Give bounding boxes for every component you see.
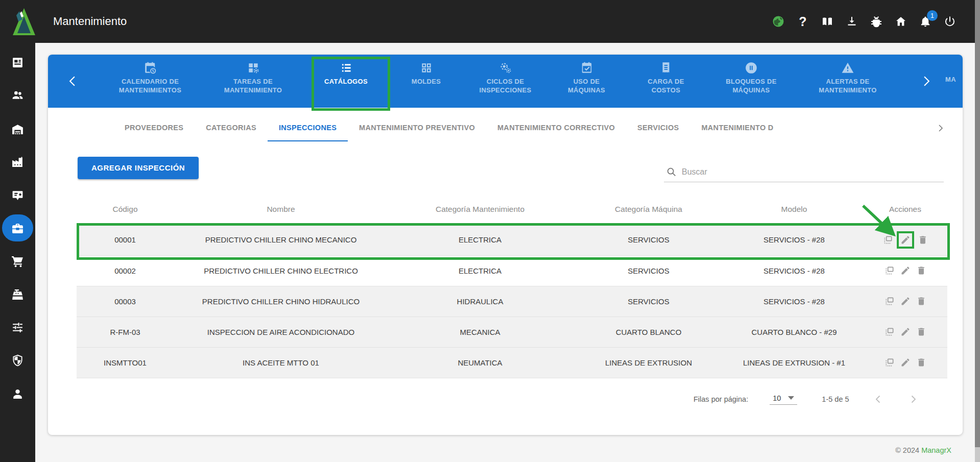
tab-ciclos-de-inspecciones[interactable]: CICLOS DE INSPECCIONES (464, 55, 546, 108)
tab-alertas-de-mantenimiento[interactable]: ALERTAS DE MANTENIMIENTO (797, 55, 898, 108)
inspections-table: Código Nombre Categoría Mantenimiento Ca… (77, 194, 947, 378)
delete-trash-icon[interactable] (918, 235, 928, 245)
search-field (664, 162, 944, 182)
delete-trash-icon[interactable] (916, 296, 926, 306)
subtabs-scroll-right-button[interactable] (936, 115, 945, 141)
bug-report-icon[interactable] (870, 15, 883, 28)
tab-uso-de-maquinas[interactable]: USO DE MÁQUINAS (546, 55, 627, 108)
delete-trash-icon[interactable] (916, 265, 926, 276)
sidebar-item-certificate[interactable] (0, 183, 35, 207)
receipt-icon (659, 61, 673, 75)
cell-categoria-maquina: LINEAS DE EXTRUSION (572, 347, 725, 378)
gears-icon (499, 61, 512, 75)
users-icon (11, 89, 24, 102)
app-logo-icon (11, 6, 37, 37)
tab-bloqueos-de-maquinas[interactable]: BLOQUEOS DE MÁQUINAS (705, 55, 797, 108)
pagination-prev-button[interactable] (873, 394, 884, 405)
cell-codigo: 00002 (77, 255, 174, 286)
cell-categoria-mantenimiento: MECANICA (388, 317, 572, 347)
edit-pencil-icon[interactable] (900, 296, 911, 306)
delete-trash-icon[interactable] (916, 357, 926, 368)
catalog-subtabs: PROVEEDORES CATEGORIAS INSPECCIONES MANT… (48, 115, 963, 141)
tab-calendario-de-mantenimientos[interactable]: CALENDARIO DE MANTENIMIENTOS (98, 55, 202, 108)
edit-pencil-icon[interactable] (900, 235, 911, 245)
search-icon (666, 166, 677, 177)
notifications-bell-icon[interactable]: 1 (919, 15, 932, 28)
subtab-mantenimiento-preventivo[interactable]: MANTENIMIENTO PREVENTIVO (348, 115, 486, 141)
row-actions (863, 357, 947, 368)
tabs-scroll-right-button[interactable] (913, 55, 939, 108)
sidebar-item-shield-security[interactable] (0, 349, 35, 372)
vertical-scrollbar (975, 0, 980, 462)
subtab-proveedores[interactable]: PROVEEDORES (113, 115, 195, 141)
edit-pencil-icon[interactable] (900, 327, 911, 337)
tab-carga-de-costos[interactable]: CARGA DE COSTOS (627, 55, 705, 108)
globe-language-icon[interactable] (772, 15, 785, 28)
tab-tareas-de-mantenimiento[interactable]: TAREAS DE MANTENIMIENTO (202, 55, 304, 108)
subtab-categorias[interactable]: CATEGORIAS (195, 115, 268, 141)
rows-per-page-label: Filas por página: (694, 395, 748, 403)
duplicate-icon[interactable] (885, 265, 895, 276)
sidebar-item-warehouse[interactable] (0, 117, 35, 141)
duplicate-icon[interactable] (885, 357, 895, 368)
cell-categoria-maquina: SERVICIOS (572, 255, 725, 286)
tab-partially-visible[interactable]: MA (939, 55, 963, 108)
cell-modelo: SERVICIOS - #28 (725, 286, 863, 317)
tab-moldes[interactable]: MOLDES (388, 55, 464, 108)
edit-pencil-icon[interactable] (900, 357, 911, 368)
rows-per-page-select[interactable]: 10 (770, 394, 797, 405)
subtab-mantenimiento-correctivo[interactable]: MANTENIMIENTO CORRECTIVO (486, 115, 626, 141)
home-icon[interactable] (894, 15, 907, 28)
chevron-right-icon (919, 75, 933, 88)
copyright-text: © 2024 (895, 446, 919, 454)
sidebar-item-factory[interactable] (0, 150, 35, 174)
download-icon[interactable] (845, 15, 858, 28)
scrollbar-thumb[interactable] (975, 0, 980, 447)
tabs-scroll-left-button[interactable] (48, 55, 98, 108)
cell-modelo: SERVICIOS - #28 (725, 225, 863, 255)
edit-pencil-icon[interactable] (900, 265, 911, 276)
add-inspection-button[interactable]: AGREGAR INSPECCIÓN (78, 157, 199, 179)
column-header-codigo: Código (77, 194, 174, 225)
sidebar-item-toolbox-maintenance[interactable] (0, 216, 35, 240)
subtab-inspecciones[interactable]: INSPECCIONES (268, 115, 348, 141)
app-window: Mantenimiento ? 1 (0, 0, 980, 462)
book-docs-icon[interactable] (821, 15, 834, 28)
sidebar-item-news-dashboard[interactable] (0, 51, 35, 74)
sidebar-item-user-profile[interactable] (0, 382, 35, 405)
column-header-nombre: Nombre (174, 194, 388, 225)
pause-circle-icon (745, 61, 758, 75)
certificate-icon (11, 189, 24, 202)
notification-count-badge[interactable]: 1 (927, 10, 938, 21)
sidebar-item-tune-sliders[interactable] (0, 315, 35, 339)
cell-categoria-maquina: SERVICIOS (572, 286, 725, 317)
duplicate-icon[interactable] (883, 235, 893, 245)
sidebar-item-cash-register[interactable] (0, 283, 35, 306)
table-header-row: Código Nombre Categoría Mantenimiento Ca… (77, 194, 947, 225)
annotation-box-edit-icon (897, 231, 914, 249)
rows-per-page-value: 10 (773, 394, 781, 402)
search-input[interactable] (682, 167, 927, 177)
sidebar-item-shopping-cart[interactable] (0, 250, 35, 273)
power-icon[interactable] (943, 15, 957, 28)
tab-catalogos[interactable]: CATÁLOGOS (304, 55, 388, 108)
subtab-mantenimiento-d-clipped[interactable]: MANTENIMIENTO D (690, 115, 784, 141)
warehouse-icon (11, 123, 24, 136)
delete-trash-icon[interactable] (916, 327, 926, 337)
cell-nombre: INSPECCION DE AIRE ACONDICIONADO (174, 317, 388, 347)
subtab-servicios[interactable]: SERVICIOS (626, 115, 690, 141)
table-row: 00001 PREDICTIVO CHILLER CHINO MECANICO … (77, 225, 947, 255)
chevron-left-icon (873, 394, 884, 405)
brand-link[interactable]: ManagrX (921, 446, 951, 454)
pagination-next-button[interactable] (907, 394, 919, 405)
list-icon (340, 61, 353, 75)
duplicate-icon[interactable] (885, 327, 895, 337)
help-icon[interactable]: ? (796, 15, 809, 28)
content-card: CALENDARIO DE MANTENIMIENTOS TAREAS DE M… (48, 55, 963, 435)
chevron-right-icon (907, 394, 919, 405)
duplicate-icon[interactable] (885, 296, 895, 306)
sidebar-item-users[interactable] (0, 83, 35, 107)
module-tab-bar: CALENDARIO DE MANTENIMIENTOS TAREAS DE M… (48, 55, 963, 108)
cell-categoria-mantenimiento: ELECTRICA (388, 225, 572, 255)
cell-modelo: LINEAS DE EXTRUSION - #1 (725, 347, 863, 378)
